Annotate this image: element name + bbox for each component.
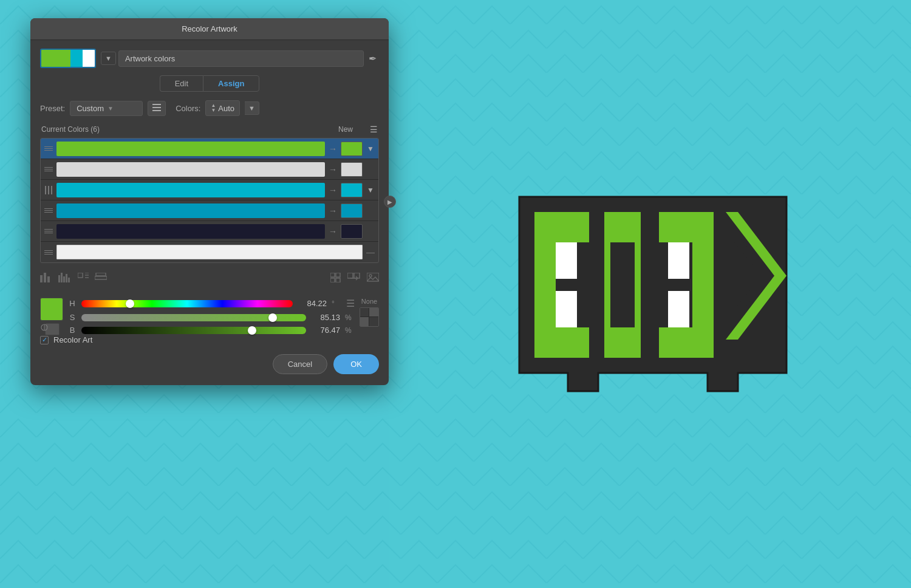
artwork-logo-svg (501, 173, 805, 415)
panel-expand-button[interactable]: ▶ (384, 196, 396, 208)
brightness-label: B (68, 326, 77, 335)
swatch-green[interactable] (41, 50, 58, 67)
color-bar-5 (56, 224, 325, 239)
swatch-white[interactable] (83, 50, 95, 67)
svg-rect-17 (78, 273, 83, 278)
cancel-button[interactable]: Cancel (273, 354, 327, 374)
svg-rect-15 (66, 274, 67, 282)
row-handle-4[interactable] (44, 207, 53, 215)
hue-slider-track[interactable] (81, 300, 293, 307)
layers-icon[interactable] (95, 273, 107, 285)
edit-assign-tabs: Edit Assign (40, 75, 379, 92)
svg-rect-3 (152, 104, 161, 105)
color-preview-main[interactable] (40, 298, 63, 321)
new-swatch-1[interactable] (341, 142, 363, 156)
image-icon[interactable] (367, 273, 379, 285)
ok-button[interactable]: OK (333, 354, 379, 374)
list-icon-button[interactable] (148, 101, 166, 116)
new-swatch-3[interactable] (341, 183, 363, 197)
brightness-slider-thumb[interactable] (248, 326, 256, 335)
mapping-header-right: New ☰ (338, 125, 378, 134)
svg-rect-43 (659, 212, 714, 242)
svg-rect-41 (610, 242, 635, 327)
saturation-label: S (68, 313, 77, 322)
swatch-teal[interactable] (70, 50, 83, 67)
hue-unit: ° (332, 299, 341, 308)
link-colors-icon[interactable] (40, 323, 49, 332)
row-handle-6[interactable] (44, 248, 53, 256)
brightness-slider-row: B 76.47 % (68, 326, 355, 335)
arrow-2: → (329, 165, 337, 174)
chart2-icon-svg (58, 273, 72, 282)
svg-rect-25 (330, 278, 335, 282)
dialog-title-text: Recolor Artwork (182, 24, 237, 33)
logo-outer-shape (519, 197, 786, 391)
saturation-slider-track[interactable] (81, 314, 306, 321)
tab-edit[interactable]: Edit (160, 75, 203, 92)
stepper-down[interactable]: ▼ (211, 108, 216, 113)
color-mapping-table: → ▼ → ▼ (40, 138, 379, 263)
grid-icon[interactable] (330, 273, 341, 285)
brightness-slider-track[interactable] (81, 327, 306, 334)
none-grid[interactable] (360, 307, 379, 327)
row-handle-2[interactable] (44, 165, 53, 174)
preset-label: Preset: (40, 104, 65, 113)
color-row-3[interactable]: → ▼ (41, 180, 378, 200)
stepper-arrows[interactable]: ▲ ▼ (211, 103, 216, 113)
tab-assign[interactable]: Assign (203, 75, 259, 92)
svg-rect-4 (152, 107, 161, 108)
svg-rect-46 (668, 242, 689, 279)
new-swatch-5[interactable] (341, 224, 363, 239)
color-row-4[interactable]: → ▼ (41, 200, 378, 221)
row-handle-5[interactable] (44, 227, 53, 236)
recolor-art-checkbox[interactable] (40, 336, 49, 344)
svg-rect-7 (48, 186, 49, 194)
none-cell-2 (369, 308, 378, 317)
svg-rect-8 (51, 186, 52, 194)
dialog-body: ▼ Artwork colors ✒ Edit Assign Preset: C… (30, 40, 389, 385)
toolbar-right (330, 273, 379, 285)
color-row-2[interactable]: → ▼ (41, 159, 378, 180)
svg-rect-14 (63, 276, 65, 282)
none-cell-4 (369, 317, 378, 326)
hsb-menu-icon[interactable]: ☰ (346, 298, 355, 309)
svg-point-31 (369, 275, 372, 277)
preset-chevron: ▼ (107, 105, 114, 112)
expand-btn-3[interactable]: ▼ (366, 186, 375, 194)
svg-rect-36 (534, 327, 589, 358)
recolor-art-label: Recolor Art (53, 335, 92, 344)
saturation-slider-thumb[interactable] (268, 313, 277, 322)
swatches-row: ▼ Artwork colors ✒ (40, 49, 379, 68)
saturation-value: 85.13 (311, 313, 340, 322)
color-row-6[interactable]: — (41, 242, 378, 262)
colors-dropdown-btn[interactable]: ▼ (245, 101, 259, 115)
row-handle-1[interactable] (44, 145, 53, 153)
swatch-dropdown-button[interactable]: ▼ (101, 52, 116, 65)
color-row-1[interactable]: → ▼ (41, 138, 378, 159)
eyedropper-button[interactable]: ✒ (366, 50, 379, 67)
swatch-green2[interactable] (58, 50, 70, 67)
svg-rect-44 (659, 327, 714, 358)
preset-dropdown[interactable]: Custom ▼ (70, 101, 143, 116)
expand-btn-1[interactable]: ▼ (366, 145, 375, 153)
bottom-toolbar (40, 270, 379, 288)
hue-slider-thumb[interactable] (126, 299, 134, 308)
chart-icon-svg (40, 273, 52, 282)
artwork-colors-dropdown[interactable]: Artwork colors (118, 50, 364, 67)
preset-value: Custom (77, 104, 104, 113)
svg-rect-22 (95, 276, 107, 279)
mapping-menu-icon[interactable]: ☰ (370, 125, 378, 134)
new-swatch-4[interactable] (341, 203, 363, 218)
colors-stepper[interactable]: ▲ ▼ Auto (205, 100, 240, 116)
svg-rect-5 (152, 110, 161, 111)
exclude-icon[interactable] (78, 273, 89, 285)
color-swatch-group[interactable] (40, 49, 96, 68)
svg-rect-12 (58, 275, 60, 282)
color-row-5[interactable]: → ▼ (41, 221, 378, 242)
color-bar-1 (56, 142, 325, 156)
bar-chart-2-icon[interactable] (58, 273, 72, 285)
saturation-unit: % (345, 313, 355, 322)
bar-chart-icon[interactable] (40, 273, 52, 285)
new-swatch-2[interactable] (341, 162, 363, 177)
swap-icon[interactable] (347, 273, 361, 285)
